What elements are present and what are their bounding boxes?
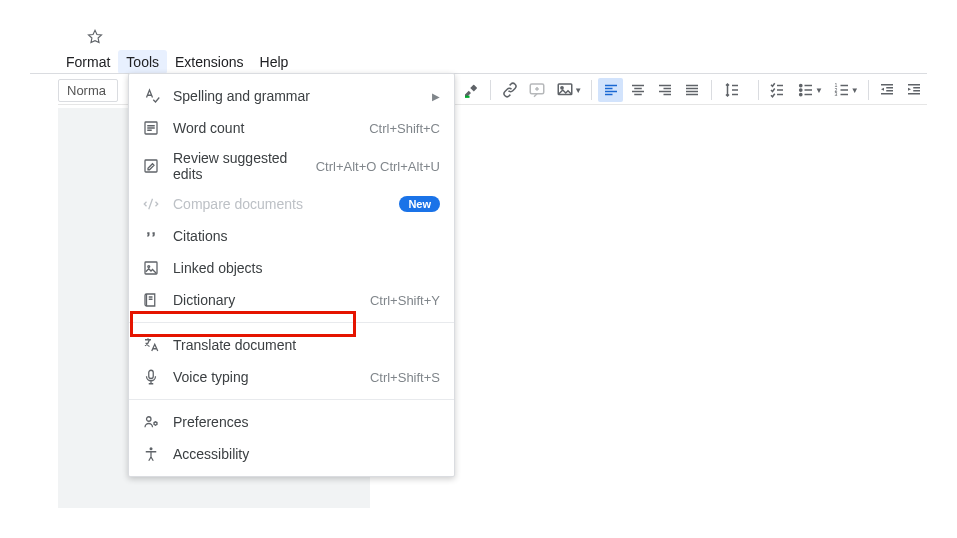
menu-shortcut: Ctrl+Alt+O Ctrl+Alt+U — [316, 159, 440, 174]
menu-separator — [129, 399, 454, 400]
menu-label: Translate document — [173, 337, 440, 353]
menu-compare-documents: Compare documents New — [129, 188, 454, 220]
menu-word-count[interactable]: Word count Ctrl+Shift+C — [129, 112, 454, 144]
preferences-icon — [141, 412, 161, 432]
menu-label: Voice typing — [173, 369, 358, 385]
decrease-indent-button[interactable] — [875, 78, 900, 102]
tools-menu-dropdown: Spelling and grammar ▶ Word count Ctrl+S… — [128, 73, 455, 477]
svg-point-3 — [800, 84, 802, 86]
menu-extensions[interactable]: Extensions — [167, 50, 251, 74]
microphone-icon — [141, 367, 161, 387]
menu-preferences[interactable]: Preferences — [129, 406, 454, 438]
menu-shortcut: Ctrl+Shift+Y — [370, 293, 440, 308]
menu-voice-typing[interactable]: Voice typing Ctrl+Shift+S — [129, 361, 454, 393]
toolbar-separator — [591, 80, 592, 100]
word-count-icon — [141, 118, 161, 138]
svg-point-12 — [148, 266, 150, 268]
menu-label: Dictionary — [173, 292, 358, 308]
toolbar-separator — [868, 80, 869, 100]
accessibility-icon — [141, 444, 161, 464]
align-left-button[interactable] — [598, 78, 623, 102]
menu-dictionary[interactable]: Dictionary Ctrl+Shift+Y — [129, 284, 454, 316]
menu-linked-objects[interactable]: Linked objects — [129, 252, 454, 284]
compare-icon — [141, 194, 161, 214]
toolbar-separator — [711, 80, 712, 100]
menubar: Format Tools Extensions Help — [58, 50, 296, 74]
toolbar-separator — [758, 80, 759, 100]
highlight-color-button[interactable] — [459, 78, 484, 102]
linked-objects-icon — [141, 258, 161, 278]
bulleted-list-button[interactable]: ▼ — [792, 78, 826, 102]
star-icon[interactable] — [86, 28, 104, 49]
svg-point-15 — [154, 422, 157, 425]
dictionary-icon — [141, 290, 161, 310]
menu-label: Word count — [173, 120, 357, 136]
insert-link-button[interactable] — [497, 78, 522, 102]
checklist-button[interactable] — [765, 78, 790, 102]
menu-label: Preferences — [173, 414, 440, 430]
svg-point-2 — [561, 87, 563, 89]
citations-icon — [141, 226, 161, 246]
paragraph-style-select[interactable]: Norma — [58, 79, 118, 102]
svg-point-14 — [147, 417, 152, 422]
svg-text:3: 3 — [834, 91, 837, 97]
numbered-list-button[interactable]: 123 ▼ — [828, 78, 862, 102]
align-right-button[interactable] — [653, 78, 678, 102]
menu-help[interactable]: Help — [252, 50, 297, 74]
menu-label: Review suggested edits — [173, 150, 304, 182]
spellcheck-icon — [141, 86, 161, 106]
menu-tools[interactable]: Tools — [118, 50, 167, 74]
menu-citations[interactable]: Citations — [129, 220, 454, 252]
menu-label: Accessibility — [173, 446, 440, 462]
svg-point-16 — [150, 447, 153, 450]
menu-label: Compare documents — [173, 196, 387, 212]
new-badge: New — [399, 196, 440, 212]
increase-indent-button[interactable] — [902, 78, 927, 102]
menu-shortcut: Ctrl+Shift+S — [370, 370, 440, 385]
align-center-button[interactable] — [625, 78, 650, 102]
svg-rect-13 — [149, 370, 154, 378]
menu-review-suggested-edits[interactable]: Review suggested edits Ctrl+Alt+O Ctrl+A… — [129, 144, 454, 188]
menu-shortcut: Ctrl+Shift+C — [369, 121, 440, 136]
svg-point-4 — [800, 89, 802, 91]
line-spacing-button[interactable]: ▼ — [718, 78, 752, 102]
add-comment-button[interactable] — [524, 78, 549, 102]
menu-label: Linked objects — [173, 260, 440, 276]
menu-format[interactable]: Format — [58, 50, 118, 74]
menu-translate-document[interactable]: Translate document — [129, 329, 454, 361]
menu-accessibility[interactable]: Accessibility — [129, 438, 454, 470]
menu-label: Spelling and grammar — [173, 88, 412, 104]
toolbar-separator — [490, 80, 491, 100]
menu-label: Citations — [173, 228, 440, 244]
svg-point-5 — [800, 93, 802, 95]
menu-spelling-grammar[interactable]: Spelling and grammar ▶ — [129, 80, 454, 112]
translate-icon — [141, 335, 161, 355]
submenu-arrow-icon: ▶ — [432, 91, 440, 102]
menu-separator — [129, 322, 454, 323]
review-edits-icon — [141, 156, 161, 176]
align-justify-button[interactable] — [680, 78, 705, 102]
insert-image-button[interactable]: ▼ — [551, 78, 585, 102]
